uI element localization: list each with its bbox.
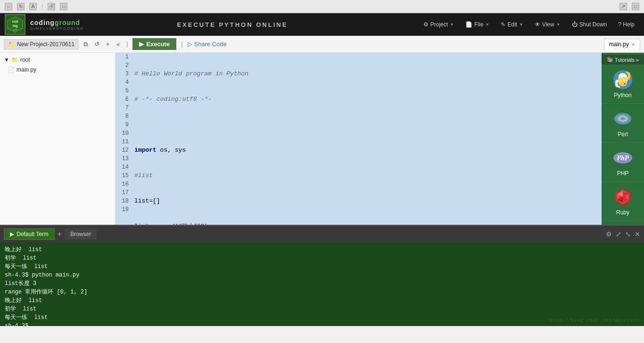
project-label: 📁 New Project-20170611 <box>4 39 79 49</box>
copy-button[interactable]: ⧉ <box>82 40 90 49</box>
shutdown-button[interactable]: ⏻ Shut Down <box>567 18 612 31</box>
home-button[interactable]: A <box>29 3 37 10</box>
terminal-line: 每天一练 list <box>5 262 639 271</box>
terminal-line: sh-4.3$ python main.py <box>5 271 639 279</box>
code-content[interactable]: # Hello World program in Python # -*- co… <box>134 53 602 225</box>
close-term-icon[interactable]: ✕ <box>635 230 640 238</box>
add-button[interactable]: + <box>104 40 112 49</box>
book-icon: 📚 <box>607 57 613 63</box>
extension-button[interactable]: □ <box>632 3 639 10</box>
share-code-button[interactable]: ▷ Share Code <box>188 41 227 48</box>
terminal-icons: ⚙ ⤢ ⤡ ✕ <box>606 230 640 238</box>
watermark: http://blog.csdn.net/wbaction <box>549 318 639 323</box>
tree-item-main-py[interactable]: 📄 main.py <box>0 65 115 74</box>
terminal-line: range 常用作循环 [0, 1, 2] <box>5 288 639 296</box>
ruby-label: Ruby <box>616 209 629 216</box>
line-numbers: 1 2 3 4 5 6 7 8 9 10 11 12 13 14 15 16 1… <box>116 53 134 225</box>
python-tutorial-button[interactable]: Python <box>602 65 644 104</box>
file-icon: 📄 <box>8 66 15 73</box>
edit-menu-button[interactable]: ✎ Edit ▼ <box>496 18 528 31</box>
perl-label: Perl <box>618 131 627 138</box>
add-term-tab-button[interactable]: + <box>58 230 62 238</box>
project-menu-button[interactable]: ⚙ Project ▼ <box>419 18 459 31</box>
tab-close-icon[interactable]: ✕ <box>631 42 635 47</box>
play-icon: ▶ <box>139 41 144 48</box>
terminal-line: list长度 3 <box>5 279 639 288</box>
collapse-tree-icon: ▼ <box>4 57 9 63</box>
terminal-icon: ▶ <box>10 231 14 237</box>
view-menu-button[interactable]: 👁 View ▼ <box>530 18 565 31</box>
refresh-project-button[interactable]: ↺ <box>92 40 101 49</box>
perl-icon <box>612 108 633 129</box>
fullscreen-icon[interactable]: ⤡ <box>625 230 631 238</box>
site-title: EXECUTE PYTHON ONLINE <box>46 21 419 28</box>
collapse-button[interactable]: « <box>115 40 122 49</box>
terminal-body[interactable]: 晚上好 list 初学 list 每天一练 list sh-4.3$ pytho… <box>0 243 644 326</box>
svg-text:PhP: PhP <box>617 155 629 162</box>
execute-button[interactable]: ▶ Execute <box>132 38 176 50</box>
terminal-section: ▶ Default Term + Browser ⚙ ⤢ ⤡ ✕ 晚上好 lis… <box>0 225 644 326</box>
toolbar-left: 📁 New Project-20170611 ⧉ ↺ + « | ▶ Execu… <box>4 38 601 50</box>
divider: | <box>124 41 130 48</box>
arrow-right-icon: ▷ <box>188 41 192 48</box>
separator: | <box>41 3 43 10</box>
terminal-tabs: ▶ Default Term + Browser ⚙ ⤢ ⤡ ✕ <box>0 226 644 243</box>
sidebar-header: ▼ 📁 root <box>0 55 115 65</box>
ruby-icon <box>612 187 633 207</box>
divider2: | <box>179 41 184 48</box>
sidebar: ▼ 📁 root 📄 main.py <box>0 53 116 225</box>
main-py-tab[interactable]: main.py ✕ <box>604 39 640 49</box>
php-label: PHP <box>617 170 629 177</box>
settings-icon[interactable]: ⚙ <box>606 230 612 238</box>
svg-text:gnd: gnd <box>13 28 17 31</box>
file-icon: 📄 <box>465 21 472 28</box>
eye-icon: 👁 <box>535 21 540 28</box>
ruby-tutorial-button[interactable]: Ruby <box>602 182 644 221</box>
svg-point-9 <box>620 117 625 120</box>
svg-point-6 <box>624 83 626 85</box>
default-term-tab[interactable]: ▶ Default Term <box>4 229 55 240</box>
help-icon: ? <box>618 21 621 28</box>
share-ext-button[interactable]: ↗ <box>619 3 627 10</box>
link-button[interactable]: 🔗 <box>48 3 55 10</box>
terminal-line: 初学 list <box>5 254 639 262</box>
terminal-line: 初学 list <box>5 305 639 313</box>
toolbar: 📁 New Project-20170611 ⧉ ↺ + « | ▶ Execu… <box>0 36 644 53</box>
terminal-line: 每天一练 list <box>5 313 639 322</box>
edit-arrow-icon: ▼ <box>519 22 523 27</box>
right-panel: 📚 Tutorials » Python <box>602 53 644 225</box>
project-arrow-icon: ▼ <box>450 22 454 27</box>
view-arrow-icon: ▼ <box>556 22 561 27</box>
logo-icon: cod ing gnd <box>5 14 25 35</box>
gear-icon: ⚙ <box>423 21 429 28</box>
terminal-line: sh-4.3$ <box>5 322 639 326</box>
help-button[interactable]: ? Help <box>613 18 639 31</box>
php-tutorial-button[interactable]: PhP PHP <box>602 143 644 182</box>
python-label: Python <box>614 92 631 98</box>
folder-icon: 📁 <box>11 57 18 63</box>
window-button[interactable]: □ <box>60 3 67 10</box>
back-button[interactable]: ← <box>5 3 12 10</box>
nav-right: ⚙ Project ▼ 📄 File ▼ ✎ Edit ▼ 👁 View ▼ ⏻… <box>419 18 639 31</box>
python-icon <box>612 69 633 90</box>
svg-text:ing: ing <box>13 24 18 28</box>
folder-icon: 📁 <box>8 41 15 48</box>
file-menu-button[interactable]: 📄 File ▼ <box>461 18 494 31</box>
top-nav: cod ing gnd codingground SIMPLYEASYCODIN… <box>0 13 644 36</box>
expand-icon[interactable]: ⤢ <box>616 230 621 238</box>
main-content: ▼ 📁 root 📄 main.py 1 2 3 4 5 6 7 8 9 10 … <box>0 53 644 225</box>
edit-icon: ✎ <box>501 21 505 28</box>
terminal-line: 晚上好 list <box>5 245 639 254</box>
svg-text:cod: cod <box>12 20 18 23</box>
browser-chrome: ← ↻ A | 🔗 □ ↗ □ <box>0 0 644 13</box>
terminal-line: 晚上好 list <box>5 296 639 305</box>
refresh-button[interactable]: ↻ <box>17 3 25 10</box>
code-editor[interactable]: 1 2 3 4 5 6 7 8 9 10 11 12 13 14 15 16 1… <box>116 53 602 225</box>
browser-tab[interactable]: Browser <box>65 229 97 239</box>
svg-point-5 <box>620 74 622 76</box>
php-icon: PhP <box>612 147 633 168</box>
perl-tutorial-button[interactable]: Perl <box>602 104 644 143</box>
tutorials-header: 📚 Tutorials » <box>602 55 644 65</box>
file-arrow-icon: ▼ <box>485 22 489 27</box>
tab-bar: main.py ✕ <box>604 39 640 49</box>
